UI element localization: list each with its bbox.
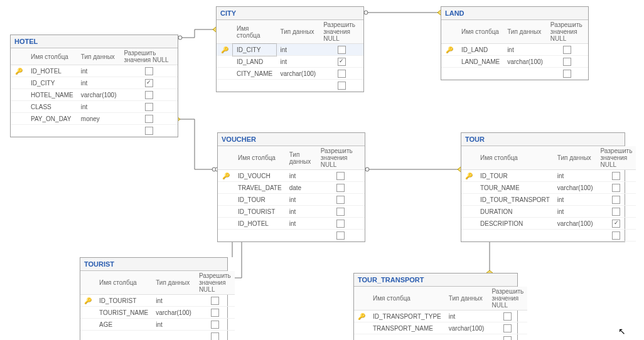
table-row[interactable] — [80, 331, 235, 341]
table-row[interactable]: HOTEL_NAMEvarchar(100) — [11, 89, 178, 101]
table-row[interactable]: ID_TOURISTint — [218, 206, 365, 218]
null-checkbox[interactable] — [563, 46, 571, 54]
null-checkbox[interactable] — [612, 231, 620, 240]
col-name: CITY_NAME — [233, 68, 276, 80]
table-row[interactable]: PAY_ON_DAYmoney — [11, 113, 178, 125]
columns-table: Имя столбцаТип данныхРазрешить значения … — [461, 146, 636, 242]
col-type: int — [554, 206, 597, 218]
table-row[interactable]: 🔑ID_TOURint — [461, 170, 636, 182]
null-checkbox[interactable] — [612, 208, 620, 216]
col-name — [233, 80, 276, 92]
table-row[interactable] — [217, 80, 363, 92]
null-checkbox[interactable] — [338, 82, 346, 90]
col-header-null: Разрешить значения NULL — [488, 287, 527, 311]
col-name: TRAVEL_DATE — [234, 182, 286, 194]
col-name: ID_CITY — [27, 77, 77, 89]
col-header-type: Тип данных — [152, 271, 195, 295]
columns-table: Имя столбцаТип данныхРазрешить значения … — [218, 146, 365, 242]
null-checkbox[interactable] — [211, 332, 219, 341]
col-name: ID_TOURIST — [95, 295, 152, 307]
table-row[interactable] — [11, 125, 178, 137]
null-checkbox[interactable] — [145, 115, 153, 123]
table-row[interactable]: 🔑ID_CITYint — [217, 44, 363, 56]
svg-point-10 — [365, 167, 369, 171]
table-row[interactable]: CLASSint — [11, 101, 178, 113]
null-checkbox[interactable] — [612, 184, 620, 192]
table-row[interactable]: ID_LANDint — [217, 56, 363, 68]
col-type: int — [286, 218, 317, 230]
table-row[interactable]: CITY_NAMEvarchar(100) — [217, 68, 363, 80]
col-type: int — [554, 194, 597, 206]
col-name — [476, 230, 554, 242]
null-checkbox[interactable] — [145, 91, 153, 99]
col-type: int — [77, 101, 121, 113]
null-checkbox[interactable] — [145, 127, 153, 135]
entity-land[interactable]: LAND Имя столбцаТип данныхРазрешить знач… — [441, 6, 589, 80]
table-row[interactable]: 🔑ID_HOTELint — [11, 65, 178, 77]
null-checkbox[interactable] — [612, 220, 620, 228]
null-checkbox[interactable] — [612, 172, 620, 180]
null-checkbox[interactable] — [338, 58, 346, 66]
null-checkbox[interactable] — [336, 196, 345, 204]
entity-city[interactable]: CITY Имя столбцаТип данныхРазрешить знач… — [216, 6, 364, 92]
table-row[interactable]: 🔑ID_VOUCHint — [218, 170, 365, 182]
null-checkbox[interactable] — [563, 58, 571, 66]
table-row[interactable]: DESCRIPTIONvarchar(100) — [461, 218, 636, 230]
null-checkbox[interactable] — [145, 79, 153, 87]
col-type — [152, 331, 195, 341]
table-row[interactable]: LAND_NAMEvarchar(100) — [441, 56, 588, 68]
null-checkbox[interactable] — [503, 336, 512, 341]
table-row[interactable]: TOUR_NAMEvarchar(100) — [461, 182, 636, 194]
table-row[interactable] — [218, 230, 365, 242]
entity-voucher[interactable]: VOUCHER Имя столбцаТип данныхРазрешить з… — [217, 132, 365, 242]
col-type — [445, 334, 488, 341]
null-checkbox[interactable] — [336, 220, 345, 228]
table-row[interactable] — [354, 334, 527, 341]
col-header-null: Разрешить значения NULL — [547, 20, 588, 44]
table-row[interactable]: ID_HOTELint — [218, 218, 365, 230]
entity-hotel[interactable]: HOTEL Имя столбцаТип данныхРазрешить зна… — [10, 35, 178, 137]
entity-tourist[interactable]: TOURIST Имя столбцаТип данныхРазрешить з… — [80, 257, 228, 340]
col-type: money — [77, 113, 121, 125]
null-checkbox[interactable] — [211, 321, 219, 329]
pk-icon: 🔑 — [84, 297, 92, 304]
null-checkbox[interactable] — [503, 324, 512, 332]
null-checkbox[interactable] — [336, 208, 345, 216]
null-checkbox[interactable] — [211, 309, 219, 317]
entity-title: TOUR_TRANSPORT — [354, 274, 517, 287]
entity-tour[interactable]: TOUR Имя столбцаТип данныхРазрешить знач… — [461, 132, 625, 242]
null-checkbox[interactable] — [336, 184, 345, 192]
table-row[interactable]: DURATIONint — [461, 206, 636, 218]
null-checkbox[interactable] — [145, 67, 153, 75]
col-header-name: Имя столбца — [476, 146, 554, 170]
table-row[interactable]: ID_CITYint — [11, 77, 178, 89]
table-row[interactable]: 🔑ID_TOURISTint — [80, 295, 235, 307]
table-row[interactable] — [461, 230, 636, 242]
col-name: DESCRIPTION — [476, 218, 554, 230]
table-row[interactable]: TOURIST_NAMEvarchar(100) — [80, 307, 235, 319]
null-checkbox[interactable] — [338, 46, 346, 54]
col-header-null: Разрешить значения NULL — [121, 48, 178, 65]
table-row[interactable] — [441, 68, 588, 80]
null-checkbox[interactable] — [338, 70, 346, 78]
table-row[interactable]: ID_TOURint — [218, 194, 365, 206]
col-type: int — [152, 295, 195, 307]
null-checkbox[interactable] — [336, 172, 345, 180]
diagram-canvas[interactable]: HOTEL Имя столбцаТип данныхРазрешить зна… — [0, 0, 644, 340]
null-checkbox[interactable] — [563, 70, 571, 78]
null-checkbox[interactable] — [336, 231, 345, 240]
table-row[interactable]: AGEint — [80, 319, 235, 331]
svg-point-1 — [178, 36, 182, 40]
table-row[interactable]: TRAVEL_DATEdate — [218, 182, 365, 194]
entity-tour-transport[interactable]: TOUR_TRANSPORT Имя столбцаТип данныхРазр… — [353, 273, 518, 340]
null-checkbox[interactable] — [211, 297, 219, 305]
null-checkbox[interactable] — [145, 103, 153, 111]
col-name — [234, 230, 286, 242]
col-header-name: Имя столбца — [234, 146, 286, 170]
table-row[interactable]: TRANSPORT_NAMEvarchar(100) — [354, 322, 527, 334]
null-checkbox[interactable] — [503, 312, 512, 321]
table-row[interactable]: 🔑ID_LANDint — [441, 44, 588, 56]
table-row[interactable]: ID_TOUR_TRANSPORTint — [461, 194, 636, 206]
table-row[interactable]: 🔑ID_TRANSPORT_TYPEint — [354, 311, 527, 322]
null-checkbox[interactable] — [612, 196, 620, 204]
